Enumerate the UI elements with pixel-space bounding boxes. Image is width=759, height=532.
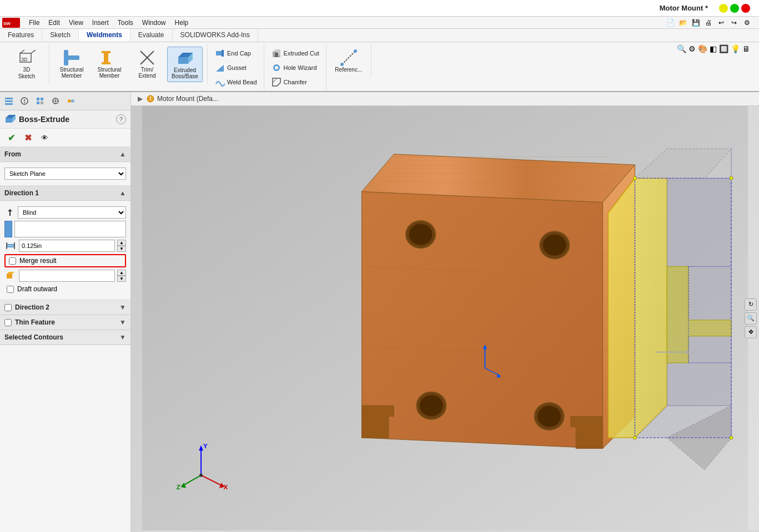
ribbon-group-caps: End Cap Gusset Weld Bead	[208, 44, 264, 91]
menu-item-help[interactable]: Help	[170, 18, 193, 28]
chamfer-button[interactable]: Chamfer	[269, 75, 309, 89]
chamfer-label: Chamfer	[284, 79, 307, 85]
weldment-button[interactable]: Structural Member	[54, 47, 89, 81]
view-settings-icon[interactable]: ⚙	[688, 44, 696, 53]
structural-member-icon	[100, 49, 118, 67]
svg-point-110	[634, 436, 637, 439]
svg-text:3D: 3D	[21, 57, 28, 62]
display-style-icon[interactable]: 🎨	[698, 44, 707, 53]
property-manager-button[interactable]	[18, 94, 31, 108]
section-view-icon[interactable]: ◧	[710, 44, 717, 53]
preview-button[interactable]: 👁	[38, 131, 51, 144]
view-pan-button[interactable]: ✥	[745, 326, 757, 338]
panel-actions: ✔ ✖ 👁	[0, 129, 130, 147]
reference-button[interactable]: Referenc...	[331, 47, 366, 75]
extruded-cut-button[interactable]: Extruded Cut	[269, 47, 321, 60]
draft-increment-button[interactable]: ▲	[117, 270, 126, 276]
view-rotate-button[interactable]: ↻	[745, 298, 757, 311]
direction1-section-title: Direction 1	[4, 189, 39, 197]
from-section-header[interactable]: From ▲	[0, 147, 130, 162]
view-search-icon[interactable]: 🔍	[677, 44, 686, 53]
svg-rect-29	[5, 98, 13, 99]
selected-contours-section[interactable]: Selected Contours ▼	[0, 330, 130, 345]
svg-point-23	[275, 66, 278, 69]
feature-manager-button[interactable]	[2, 94, 16, 108]
minimize-button[interactable]	[719, 4, 728, 13]
draft-decrement-button[interactable]: ▼	[117, 276, 126, 282]
panel-title: Boss-Extrude	[19, 115, 116, 124]
settings-icon[interactable]: ⚙	[741, 17, 752, 28]
quick-access-toolbar: 📄 📂 💾 🖨 ↩ ↪ ⚙	[665, 17, 752, 28]
direction1-type-dropdown[interactable]: Blind Through All Up To Next Up To Verte…	[18, 206, 126, 219]
from-dropdown[interactable]: Sketch Plane Surface/Face/Plane Vertex O…	[4, 168, 126, 180]
redo-icon[interactable]: ↪	[728, 17, 740, 28]
merge-result-checkbox[interactable]	[9, 257, 16, 265]
menu-item-view[interactable]: View	[64, 18, 88, 28]
tab-evaluate[interactable]: Evaluate	[130, 29, 173, 42]
ribbon-group-cut: Extruded Cut Hole Wizard	[264, 44, 326, 91]
direction2-section[interactable]: Direction 2 ▼	[0, 300, 130, 315]
print-icon[interactable]: 🖨	[703, 17, 714, 28]
breadcrumb-arrow: ▶	[138, 95, 143, 103]
depth-spinner: ▲ ▼	[117, 240, 126, 252]
title-bar: Motor Mount *	[0, 0, 759, 17]
gusset-button[interactable]: Gusset	[212, 61, 249, 74]
new-icon[interactable]: 📄	[665, 17, 676, 28]
ribbon-group-reference: Referenc...	[326, 44, 371, 77]
structural-member-button[interactable]: StructuralMember	[92, 47, 127, 81]
depth-input[interactable]: 0.125in	[19, 240, 115, 252]
open-icon[interactable]: 📂	[677, 17, 688, 28]
tab-features[interactable]: Features	[0, 29, 42, 42]
cancel-button[interactable]: ✖	[21, 131, 34, 144]
menu-item-window[interactable]: Window	[138, 18, 170, 28]
tab-weldments[interactable]: Weldments	[79, 29, 130, 42]
extruded-boss-base-button[interactable]: ExtrudedBoss/Base	[167, 47, 203, 82]
direction1-section-header[interactable]: Direction 1 ▲	[0, 186, 130, 201]
svg-marker-18	[216, 65, 224, 72]
maximize-button[interactable]	[730, 4, 739, 13]
tab-addins[interactable]: SOLIDWORKS Add-Ins	[173, 29, 258, 42]
lighting-icon[interactable]: 💡	[731, 44, 740, 53]
menu-item-insert[interactable]: Insert	[88, 18, 113, 28]
end-cap-button[interactable]: End Cap	[212, 47, 253, 60]
menu-item-tools[interactable]: Tools	[113, 18, 138, 28]
app-title: Motor Mount *	[0, 4, 719, 12]
direction2-checkbox[interactable]	[4, 304, 12, 311]
svg-marker-24	[273, 78, 280, 86]
direction1-text-input[interactable]	[14, 221, 126, 237]
solidworks-logo: SW	[2, 18, 20, 28]
save-icon[interactable]: 💾	[690, 17, 701, 28]
menu-item-file[interactable]: File	[24, 18, 44, 28]
dim-xpert-button[interactable]	[49, 94, 62, 108]
tab-sketch[interactable]: Sketch	[42, 29, 79, 42]
depth-increment-button[interactable]: ▲	[117, 240, 126, 246]
svg-rect-7	[64, 50, 68, 65]
extruded-boss-base-icon	[176, 49, 194, 67]
display-manager-button[interactable]	[64, 94, 78, 108]
monitor-icon[interactable]: 🖥	[742, 44, 750, 53]
view-zoom-button[interactable]: 🔍	[745, 312, 757, 325]
configuration-manager-button[interactable]	[33, 94, 47, 108]
view-orientation-icon[interactable]: 🔲	[719, 44, 728, 53]
weld-bead-button[interactable]: Weld Bead	[212, 75, 259, 89]
draft-value-input[interactable]	[19, 270, 115, 282]
svg-point-58	[150, 99, 151, 100]
viewport-3d[interactable]: Y X Z	[131, 106, 759, 530]
menu-item-edit[interactable]: Edit	[44, 18, 64, 28]
thin-feature-checkbox[interactable]	[4, 319, 12, 326]
svg-rect-30	[5, 100, 13, 102]
3d-sketch-button[interactable]: 3D 3DSketch	[9, 47, 44, 82]
trim-extend-button[interactable]: Trim/Extend	[129, 47, 165, 81]
thin-feature-chevron-icon: ▼	[119, 318, 126, 326]
weldment-icon	[63, 49, 81, 67]
svg-point-82	[543, 235, 566, 256]
panel-help-button[interactable]: ?	[116, 114, 126, 124]
draft-outward-checkbox[interactable]	[7, 286, 14, 293]
svg-rect-38	[41, 102, 43, 104]
confirm-button[interactable]: ✔	[4, 131, 18, 144]
thin-feature-section[interactable]: Thin Feature ▼	[0, 315, 130, 330]
hole-wizard-button[interactable]: Hole Wizard	[269, 61, 319, 74]
close-button[interactable]	[741, 4, 750, 13]
undo-icon[interactable]: ↩	[716, 17, 727, 28]
depth-decrement-button[interactable]: ▼	[117, 246, 126, 252]
